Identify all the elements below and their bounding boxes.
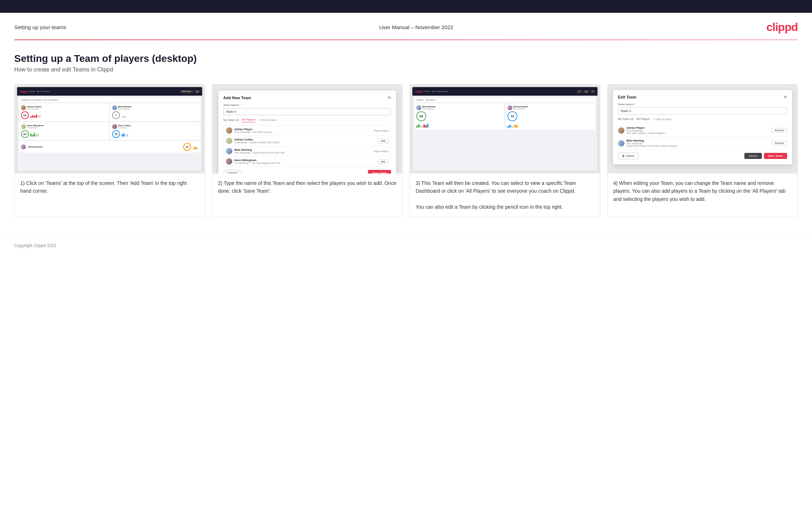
edit-team-name-input[interactable] xyxy=(618,107,787,114)
copyright-text: Copyright Clippd 2021 xyxy=(14,243,57,248)
sim-edit-btn-3[interactable]: ✏ xyxy=(577,90,582,93)
sim-bars-1 xyxy=(30,113,41,118)
edit-player-row-2: Blair McHarg Plus Handicap Royal North D… xyxy=(618,137,787,150)
delete-label: Delete xyxy=(626,154,634,158)
add-player-btn-2[interactable]: Add xyxy=(378,159,389,164)
main-content: Setting up a Team of players (desktop) H… xyxy=(0,40,812,234)
dialog-close-icon[interactable]: ✕ xyxy=(387,96,391,100)
edit-player-info-1: Adrian Player Plus Handicap The Shire Lo… xyxy=(627,126,769,134)
sim-list-btn-3[interactable]: ≡ xyxy=(590,90,595,93)
sim-nav-home: Home xyxy=(29,90,35,92)
edit-dialog-close-icon[interactable]: ✕ xyxy=(784,95,787,99)
card-3-text: 3) This Team will then be created. You c… xyxy=(410,174,600,217)
sim-p-club-1: Plus Handicap xyxy=(27,108,42,110)
edit-player-location-1: The Shire London, United Kingdom xyxy=(627,132,769,134)
list-item: Blair McHarg Plus Handicap · Royal North… xyxy=(224,146,391,156)
sim-content-3: Players · All Players Blair McHarg Plus … xyxy=(412,96,597,171)
page-subtitle: How to create and edit Teams in Clippd xyxy=(14,66,798,73)
d-player-info-1: Adrian Player Plus Handicap · The Shire … xyxy=(234,128,372,133)
card-2-screenshot: Add New Team ✕ Team Name * My Team (2) A… xyxy=(212,85,402,174)
sim-bars-single xyxy=(193,144,198,149)
sim-nav-myteams: My Pe Teams xyxy=(37,90,50,92)
add-team-dialog: Add New Team ✕ Team Name * My Team (2) A… xyxy=(218,90,397,174)
list-item: Dave Billingham 3.5 Handicap · The Gog M… xyxy=(224,156,391,166)
tab-filter-check[interactable]: ☐ Filter by name xyxy=(258,119,277,122)
sim-logo-1: clippd xyxy=(19,90,28,93)
sim-p-club-3a: Plus Handicap xyxy=(422,108,436,110)
tab-my-team[interactable]: My Team (2) xyxy=(223,118,239,122)
sim-filter-3: Players · All Players xyxy=(415,98,595,102)
edit-tab-all-players[interactable]: All Players xyxy=(637,117,650,121)
sim-score-3b: 72 xyxy=(507,111,517,121)
delete-team-button[interactable]: 🗑 Delete xyxy=(618,153,638,159)
sim-p-club-2: Plus Handicap xyxy=(118,108,131,110)
sim-p-card-3a: Blair McHarg Plus Handicap 94 xyxy=(415,103,504,129)
sim-p-single-name: Richard Butler xyxy=(28,146,43,148)
edit-save-team-button[interactable]: Save Team xyxy=(764,153,787,159)
sim-nav-right-1: Add Team ⚙ xyxy=(180,90,200,93)
cancel-button[interactable]: Cancel xyxy=(223,170,242,174)
sim-add-team-btn[interactable]: Add Team xyxy=(180,90,193,93)
team-name-input[interactable] xyxy=(223,108,391,115)
sim-p-card-3: Dave Billingham 3.5 Handicap 94 xyxy=(19,122,109,140)
sim-score-3: 94 xyxy=(21,130,29,138)
trash-icon: 🗑 xyxy=(622,154,625,158)
add-player-btn-1[interactable]: Add xyxy=(378,139,389,143)
footer: Copyright Clippd 2021 xyxy=(0,237,812,254)
card-2-text: 2) Type the name of this Team and then s… xyxy=(212,174,402,217)
tab-all-players[interactable]: All Players xyxy=(242,118,255,122)
edit-tab-filter[interactable]: ☐ Filter by name xyxy=(653,118,671,121)
card-3: clippd Home My Performance ✏ ⊞ ≡ xyxy=(410,84,600,217)
dialog-actions: Cancel Save Team xyxy=(223,170,391,174)
dialog-header: Add New Team ✕ xyxy=(223,96,391,100)
edit-avatar-2 xyxy=(618,140,624,146)
d-player-name-1: Adrian Player xyxy=(234,128,372,131)
d-avatar-2 xyxy=(226,138,232,144)
edit-cancel-button[interactable]: Cancel xyxy=(744,153,762,159)
sim-score-3a: 94 xyxy=(416,111,426,121)
edit-player-info-2: Blair McHarg Plus Handicap Royal North D… xyxy=(627,139,769,147)
d-avatar-3 xyxy=(226,148,232,154)
edit-avatar-1 xyxy=(618,127,624,134)
header: Setting up your teams User Manual – Nove… xyxy=(0,13,812,39)
sim-bars-2 xyxy=(121,113,126,118)
edit-tab-my-team[interactable]: My Team (2) xyxy=(618,117,634,121)
d-player-club-4: 3.5 Handicap · The Gog Magog Golf Club xyxy=(234,162,376,164)
sim-filter-label: Viewing 5 of 8 Players from: All Players xyxy=(21,99,58,101)
card-3-screenshot: clippd Home My Performance ✏ ⊞ ≡ xyxy=(410,85,600,174)
edit-player-name-2: Blair McHarg xyxy=(627,139,769,142)
sim-nav-1: clippd Home My Pe Teams Add Team ⚙ xyxy=(17,87,202,96)
cards-row: clippd Home My Pe Teams Add Team ⚙ Viewi… xyxy=(14,84,798,217)
sim-p-card-4: Dave Collins 4 Handicap 78 xyxy=(110,122,200,140)
sim-settings-btn[interactable]: ⚙ xyxy=(195,90,200,93)
d-avatar-1 xyxy=(226,127,232,134)
clippd-logo: clippd xyxy=(766,21,798,34)
dialog-tabs: My Team (2) All Players ☐ Filter by name xyxy=(223,118,391,122)
sim-player-grid-1: Adrian Collins Plus Handicap 84 xyxy=(19,103,200,140)
sim-score-4: 78 xyxy=(112,130,120,138)
sim-bars-3 xyxy=(30,132,39,137)
list-item: Adrian Coliba 1 Handicap · Central Londo… xyxy=(224,136,391,146)
save-team-button[interactable]: Save Team xyxy=(368,170,391,174)
sim-score-1: 84 xyxy=(21,111,29,119)
sim-p-card-3b: Richard Butler Plus Handicap 72 xyxy=(506,103,595,129)
edit-team-name-label: Team Name * xyxy=(618,103,787,106)
sim-p-row-3: Blair McHarg Plus Handicap 94 xyxy=(415,103,595,129)
edit-player-club-2: Plus Handicap xyxy=(627,142,769,145)
sim-p-club-4: 4 Handicap xyxy=(118,127,131,129)
remove-player-btn-1[interactable]: Remove xyxy=(771,128,787,133)
sim-score-2: 0 xyxy=(112,111,120,119)
edit-dialog-title: Edit Team xyxy=(618,95,637,99)
card-4-text: 4) When editing your Team, you can chang… xyxy=(608,174,798,217)
sim-content-1: Viewing 5 of 8 Players from: All Players… xyxy=(17,96,202,171)
remove-player-btn-2[interactable]: Remove xyxy=(771,141,787,145)
sim-p-club-3b: Plus Handicap xyxy=(513,108,528,110)
sim-avatar-3a xyxy=(416,105,421,110)
card-4: Edit Team ✕ Team Name * My Team (2) All … xyxy=(607,84,798,217)
d-player-info-2: Adrian Coliba 1 Handicap · Central Londo… xyxy=(234,138,376,144)
sim-grid-btn-3[interactable]: ⊞ xyxy=(584,90,589,93)
player-list: Adrian Player Plus Handicap · The Shire … xyxy=(223,125,391,167)
sim-p-card-single: Richard Butler 72 xyxy=(19,141,200,153)
sim-nav-myperformance-3: My Performance xyxy=(432,90,448,92)
sim-logo-3: clippd xyxy=(415,90,423,93)
